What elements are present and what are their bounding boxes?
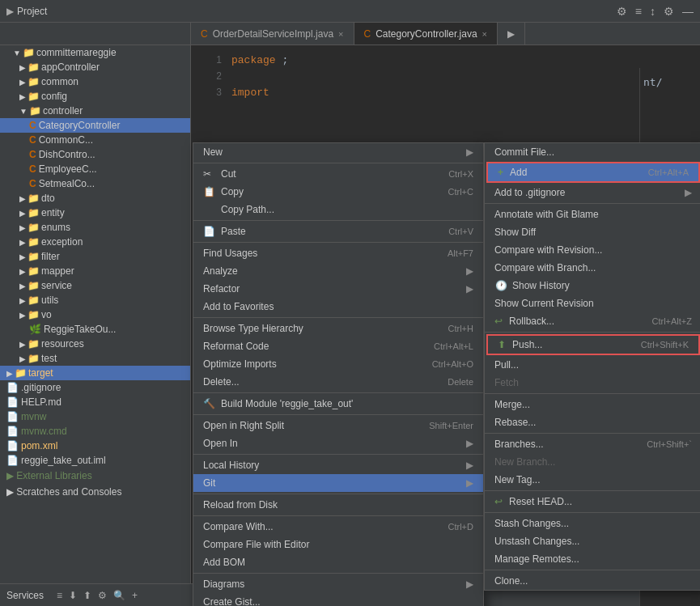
push-shortcut: Ctrl+Shift+K: [641, 340, 689, 350]
tree-item-entity[interactable]: ▶📁entity: [0, 206, 190, 220]
tab-category[interactable]: C CategoryController.java ×: [354, 23, 498, 44]
menu-compare-editor-label: Compare File with Editor: [203, 539, 309, 550]
tree-item-exception[interactable]: ▶📁exception: [0, 235, 190, 249]
menu-open-split[interactable]: Open in Right Split Shift+Enter: [193, 417, 483, 434]
menu-add-favorites[interactable]: Add to Favorites: [193, 298, 483, 316]
tree-item-utils[interactable]: ▶📁utils: [0, 293, 190, 307]
git-rebase[interactable]: Rebase...: [485, 413, 700, 431]
minimize-icon[interactable]: —: [682, 5, 694, 18]
menu-compare-editor[interactable]: Compare File with Editor: [193, 536, 483, 553]
git-show-diff[interactable]: Show Diff: [485, 223, 700, 241]
menu-local-history[interactable]: Local History ▶: [193, 456, 483, 474]
git-unstash[interactable]: Unstash Changes...: [485, 532, 700, 550]
tab-more[interactable]: ▶: [498, 23, 525, 44]
git-new-tag[interactable]: New Tag...: [485, 471, 700, 489]
tree-item-target[interactable]: ▶📁target: [0, 366, 190, 380]
history-icon: 🕐: [494, 280, 507, 291]
tree-item-test-fold[interactable]: ▶📁test: [0, 351, 190, 366]
git-manage-remotes[interactable]: Manage Remotes...: [485, 550, 700, 568]
tree-item-employee-c[interactable]: CEmployeeC...: [0, 162, 190, 176]
menu-copy[interactable]: 📋 Copy Ctrl+C: [193, 183, 483, 201]
tree-item-appcontroller[interactable]: ▶📁appController: [0, 60, 190, 74]
menu-analyze[interactable]: Analyze ▶: [193, 262, 483, 280]
git-stash[interactable]: Stash Changes...: [485, 515, 700, 532]
tree-item-filter[interactable]: ▶📁filter: [0, 249, 190, 264]
external-libraries[interactable]: ▶ External Libraries: [0, 468, 190, 484]
git-merge[interactable]: Merge...: [485, 396, 700, 413]
tree-item-category-controller[interactable]: CCategoryController: [0, 118, 190, 133]
tree-item-resources[interactable]: ▶📁resources: [0, 337, 190, 351]
git-branches[interactable]: Branches... Ctrl+Shift+`: [485, 435, 700, 453]
tree-item-mapper[interactable]: ▶📁mapper: [0, 264, 190, 278]
services-menu-icon[interactable]: ≡: [57, 590, 62, 601]
tree-item-reggieml[interactable]: 📄reggie_take_out.iml: [0, 453, 190, 468]
services-filter-icon[interactable]: ⚙: [98, 590, 107, 601]
tab-close-order[interactable]: ×: [338, 29, 343, 39]
menu-build[interactable]: 🔨 Build Module 'reggie_take_out': [193, 395, 483, 413]
git-rollback[interactable]: ↩ Rollback... Ctrl+Alt+Z: [485, 312, 700, 330]
tree-item-dish-controller[interactable]: CDishContro...: [0, 147, 190, 162]
menu-open-in[interactable]: Open In ▶: [193, 434, 483, 452]
tree-item-commitmailreggie[interactable]: ▼📁committemareggie: [0, 45, 190, 60]
git-show-history[interactable]: 🕐 Show History: [485, 277, 700, 295]
menu-find-usages[interactable]: Find Usages Alt+F7: [193, 244, 483, 262]
git-reset-head[interactable]: ↩ Reset HEAD...: [485, 493, 700, 511]
menu-compare-with[interactable]: Compare With... Ctrl+D: [193, 518, 483, 536]
tree-item-mvnwcmd[interactable]: 📄mvnw.cmd: [0, 424, 190, 439]
tree-item-pomxml[interactable]: 📄pom.xml: [0, 439, 190, 453]
settings-icon[interactable]: ⚙: [617, 5, 627, 18]
context-menu[interactable]: New ▶ ✂ Cut Ctrl+X 📋 Copy Ctrl+C: [193, 142, 484, 606]
menu-cut[interactable]: ✂ Cut Ctrl+X: [193, 165, 483, 183]
git-add-gitignore[interactable]: Add to .gitignore ▶: [485, 184, 700, 201]
services-search-icon[interactable]: 🔍: [113, 590, 125, 601]
git-commit-file[interactable]: Commit File...: [485, 143, 700, 161]
menu-optimize[interactable]: Optimize Imports Ctrl+Alt+O: [193, 355, 483, 373]
tree-item-enums[interactable]: ▶📁enums: [0, 220, 190, 235]
tree-item-helpmd[interactable]: 📄HELP.md: [0, 395, 190, 409]
git-show-current[interactable]: Show Current Revision: [485, 295, 700, 312]
git-add[interactable]: + Add Ctrl+Alt+A: [488, 163, 698, 181]
git-annotate[interactable]: Annotate with Git Blame: [485, 206, 700, 223]
git-compare-branch[interactable]: Compare with Branch...: [485, 259, 700, 277]
services-label[interactable]: Services: [6, 590, 44, 601]
menu-icon[interactable]: ≡: [635, 5, 642, 18]
tree-item-common-c[interactable]: CCommonC...: [0, 133, 190, 147]
tree-item-setmeal-co[interactable]: CSetmealCo...: [0, 176, 190, 191]
tab-close-category[interactable]: ×: [482, 29, 487, 39]
sep7: [193, 454, 483, 455]
menu-reformat[interactable]: Reformat Code Ctrl+Alt+L: [193, 337, 483, 355]
services-add-icon[interactable]: +: [132, 590, 138, 601]
menu-delete[interactable]: Delete... Delete: [193, 373, 483, 391]
menu-delete-label: Delete...: [203, 376, 240, 388]
tree-item-dto[interactable]: ▶📁dto: [0, 191, 190, 206]
menu-browse-type[interactable]: Browse Type Hierarchy Ctrl+H: [193, 320, 483, 337]
scratches[interactable]: ▶ Scratches and Consoles: [0, 484, 190, 500]
git-pull[interactable]: Pull...: [485, 356, 700, 374]
git-push[interactable]: ⬆ Push... Ctrl+Shift+K: [488, 336, 698, 354]
menu-git[interactable]: Git ▶: [193, 474, 483, 492]
menu-reload[interactable]: Reload from Disk: [193, 496, 483, 514]
tree-item-config[interactable]: ▶📁config: [0, 89, 190, 104]
tree-item-service[interactable]: ▶📁service: [0, 278, 190, 293]
tree-item-mvnw[interactable]: 📄mvnw: [0, 409, 190, 424]
gear-icon[interactable]: ⚙: [664, 5, 674, 18]
services-down-icon[interactable]: ⬇: [69, 590, 77, 601]
tree-item-gitignore[interactable]: 📄.gitignore: [0, 380, 190, 395]
menu-copy-path[interactable]: Copy Path...: [193, 201, 483, 218]
menu-add-bom[interactable]: Add BOM: [193, 553, 483, 571]
git-clone[interactable]: Clone...: [485, 572, 700, 590]
menu-create-gist[interactable]: Create Gist...: [193, 593, 483, 606]
tab-order-detail[interactable]: C OrderDetailServiceImpl.java ×: [191, 23, 354, 44]
split-icon[interactable]: ↕: [650, 5, 655, 18]
menu-refactor[interactable]: Refactor ▶: [193, 280, 483, 298]
git-submenu[interactable]: Commit File... + Add Ctrl+Alt+A Add to .…: [484, 142, 700, 591]
tree-item-common[interactable]: ▶📁common: [0, 74, 190, 89]
services-up-icon[interactable]: ⬆: [83, 590, 91, 601]
tree-item-reggie[interactable]: 🌿ReggieTakeOu...: [0, 322, 190, 337]
menu-paste[interactable]: 📄 Paste Ctrl+V: [193, 222, 483, 240]
git-compare-revision[interactable]: Compare with Revision...: [485, 241, 700, 259]
tree-item-vo[interactable]: ▶📁vo: [0, 307, 190, 322]
menu-new[interactable]: New ▶: [193, 143, 483, 161]
tree-item-controller[interactable]: ▼📁controller: [0, 104, 190, 118]
menu-diagrams[interactable]: Diagrams ▶: [193, 575, 483, 593]
